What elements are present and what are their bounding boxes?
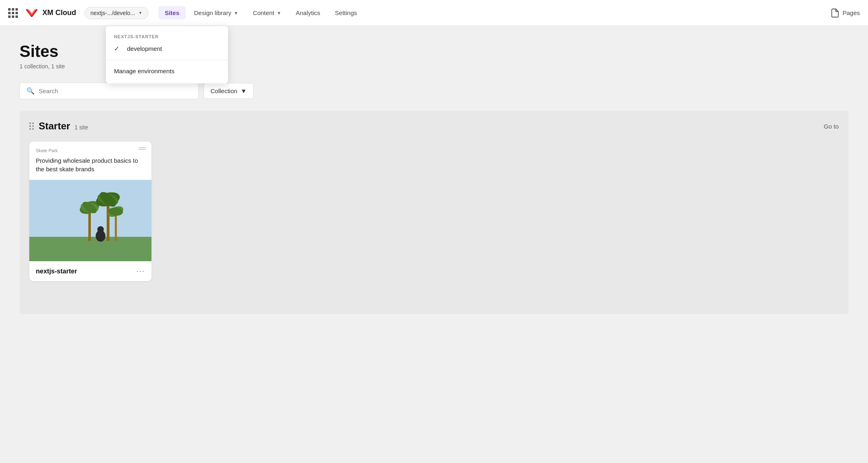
collection-section: Starter 1 site Go to Skate Park Providin… — [20, 111, 848, 314]
logo[interactable]: XM Cloud — [24, 6, 76, 20]
search-box[interactable]: 🔍 — [20, 83, 199, 99]
header: XM Cloud nextjs-.../develo... ▼ Sites De… — [0, 0, 868, 26]
collection-filter-button[interactable]: Collection ▼ — [204, 83, 254, 99]
site-preview-image — [29, 180, 151, 261]
nav-item-sites[interactable]: Sites — [158, 6, 186, 20]
main-nav: Sites Design library ▼ Content ▼ Analyti… — [158, 6, 827, 20]
brand-name: XM Cloud — [42, 9, 76, 17]
dropdown-divider — [106, 60, 228, 60]
site-more-options-button[interactable]: ··· — [136, 267, 145, 275]
site-card-bottom: nextjs-starter ··· — [29, 261, 151, 281]
search-icon: 🔍 — [26, 87, 35, 95]
site-card-top: Skate Park Providing wholesale product b… — [29, 142, 151, 180]
environment-option-development[interactable]: ✓ development — [106, 41, 228, 57]
go-to-link[interactable]: Go to — [824, 123, 839, 130]
site-card-image — [29, 180, 151, 261]
site-card-menu-icon[interactable] — [138, 147, 146, 150]
svg-rect-11 — [115, 212, 117, 241]
manage-environments-button[interactable]: Manage environments — [106, 63, 228, 79]
check-icon: ✓ — [114, 45, 122, 52]
pages-label: Pages — [842, 9, 860, 16]
site-card-label: Skate Park — [36, 148, 145, 153]
nav-item-analytics[interactable]: Analytics — [289, 6, 327, 20]
app-grid-icon[interactable] — [8, 8, 18, 18]
chevron-down-icon: ▼ — [234, 11, 238, 15]
nav-item-content[interactable]: Content ▼ — [246, 6, 287, 20]
main-content: Sites 1 collection, 1 site 🔍 Collection … — [0, 26, 868, 463]
environment-dropdown[interactable]: nextjs-.../develo... ▼ — [84, 7, 149, 19]
nav-item-design-library[interactable]: Design library ▼ — [187, 6, 245, 20]
svg-rect-7 — [107, 200, 110, 241]
collection-site-count: 1 site — [75, 124, 88, 131]
site-name: nextjs-starter — [36, 268, 77, 275]
xm-cloud-logo-icon — [24, 6, 39, 20]
site-card: Skate Park Providing wholesale product b… — [29, 142, 151, 281]
nav-item-settings[interactable]: Settings — [329, 6, 364, 20]
collection-header: Starter 1 site Go to — [29, 120, 839, 132]
toolbar: 🔍 Collection ▼ — [20, 83, 848, 99]
chevron-down-icon: ▼ — [277, 11, 281, 15]
environment-label: development — [127, 45, 162, 52]
dropdown-section-title: NEXTJS-STARTER — [106, 31, 228, 41]
page-icon — [830, 8, 840, 18]
collection-label: Collection — [210, 87, 237, 94]
site-card-description: Providing wholesale product basics to th… — [36, 156, 145, 173]
collection-name: Starter 1 site — [39, 120, 88, 132]
search-input[interactable] — [39, 87, 192, 94]
drag-handle-icon[interactable] — [29, 122, 34, 130]
pages-button[interactable]: Pages — [830, 8, 860, 18]
chevron-down-icon: ▼ — [241, 87, 247, 94]
environment-dropdown-panel: NEXTJS-STARTER ✓ development Manage envi… — [106, 26, 228, 83]
env-label: nextjs-.../develo... — [90, 10, 135, 16]
svg-point-15 — [97, 226, 104, 233]
header-right: Pages — [830, 8, 860, 18]
chevron-down-icon: ▼ — [138, 11, 142, 15]
